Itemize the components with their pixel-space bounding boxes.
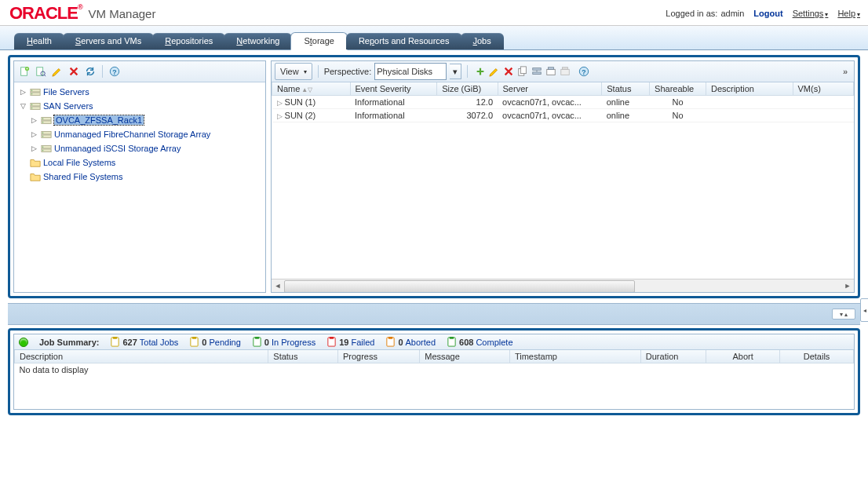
edit-icon[interactable] bbox=[487, 64, 501, 79]
splitter-handle-icon[interactable]: ▾ ▴ bbox=[832, 309, 855, 320]
expand-icon[interactable]: ▷ bbox=[30, 130, 38, 139]
job-stat-failed[interactable]: 19 Failed bbox=[326, 337, 374, 347]
svg-rect-28 bbox=[533, 68, 542, 71]
physical-disks-grid[interactable]: Name▲▽Event SeveritySize (GiB)ServerStat… bbox=[272, 82, 854, 279]
scroll-left-icon[interactable]: ◄ bbox=[272, 279, 284, 292]
header: ORACLE® VM Manager Logged in as: admin L… bbox=[0, 0, 868, 26]
help-icon[interactable]: ? bbox=[108, 64, 122, 79]
column-header[interactable]: Progress bbox=[337, 350, 419, 363]
dropdown-arrow-icon[interactable]: ▾ bbox=[450, 64, 461, 79]
content-panel: View▾ Perspective: Physical Disks▾ ? » N… bbox=[271, 60, 855, 293]
job-summary-panel: Job Summary: 627 Total Jobs 0 Pending 0 … bbox=[8, 328, 860, 415]
column-header[interactable]: Server bbox=[498, 82, 602, 96]
refresh-paths-icon[interactable] bbox=[530, 64, 544, 79]
column-header[interactable]: Abort bbox=[706, 350, 780, 363]
tree-label: File Servers bbox=[43, 87, 89, 97]
workspace: ? ▷File Servers▽SAN Servers▷OVCA_ZFSSA_R… bbox=[8, 55, 860, 298]
tab-reports-and-resources[interactable]: Reports and Resources bbox=[346, 33, 462, 49]
column-header[interactable]: Description bbox=[15, 350, 268, 363]
tab-servers-and-vms[interactable]: Servers and VMs bbox=[63, 33, 154, 49]
unpresent-icon[interactable] bbox=[558, 64, 572, 79]
table-row[interactable]: ▷ SUN (1)Informational12.0ovcacn07r1, ov… bbox=[272, 96, 854, 109]
tab-repositories[interactable]: Repositories bbox=[152, 33, 225, 49]
delete-icon[interactable] bbox=[501, 64, 516, 79]
scroll-thumb[interactable] bbox=[284, 280, 635, 293]
column-header[interactable]: Duration bbox=[640, 350, 706, 363]
storage-icon bbox=[40, 129, 53, 140]
expand-icon[interactable]: ▷ bbox=[30, 144, 38, 153]
new-icon[interactable] bbox=[17, 64, 31, 79]
column-header[interactable]: Status bbox=[602, 82, 650, 96]
column-header[interactable]: Status bbox=[268, 350, 338, 363]
svg-point-9 bbox=[31, 93, 32, 94]
column-header[interactable]: Name▲▽ bbox=[272, 82, 351, 96]
perspective-select[interactable]: Physical Disks bbox=[374, 63, 447, 80]
column-header[interactable]: Description bbox=[706, 82, 793, 96]
expand-icon[interactable]: ▷ bbox=[277, 99, 283, 107]
column-header[interactable]: Message bbox=[420, 350, 510, 363]
storage-tree[interactable]: ▷File Servers▽SAN Servers▷OVCA_ZFSSA_Rac… bbox=[14, 82, 265, 292]
column-header[interactable]: Event Severity bbox=[350, 82, 437, 96]
svg-point-16 bbox=[42, 119, 43, 119]
svg-rect-45 bbox=[388, 337, 393, 339]
tree-node-local-file-systems[interactable]: Local File Systems bbox=[16, 155, 265, 170]
expand-icon[interactable] bbox=[19, 159, 27, 167]
column-header[interactable]: Timestamp bbox=[509, 350, 640, 363]
expand-icon[interactable]: ▷ bbox=[19, 88, 27, 97]
tree-node-shared-file-systems[interactable]: Shared File Systems bbox=[16, 170, 265, 184]
tree-label: Unmanaged FibreChannel Storage Array bbox=[54, 130, 210, 139]
job-stat-pending[interactable]: 0 Pending bbox=[189, 337, 241, 347]
job-stat-in-progress[interactable]: 0 In Progress bbox=[252, 337, 315, 347]
column-header[interactable]: VM(s) bbox=[793, 82, 853, 96]
folder-icon bbox=[29, 171, 42, 182]
horizontal-scrollbar[interactable]: ◄ ► bbox=[272, 279, 854, 292]
help-icon[interactable]: ? bbox=[577, 64, 591, 79]
table-row[interactable]: ▷ SUN (2)Informational3072.0ovcacn07r1, … bbox=[272, 109, 854, 122]
present-icon[interactable] bbox=[544, 64, 558, 79]
folder-icon bbox=[29, 157, 42, 168]
tab-storage[interactable]: Storage bbox=[290, 32, 348, 50]
job-stat-total-jobs[interactable]: 627 Total Jobs bbox=[110, 337, 178, 347]
tab-networking[interactable]: Networking bbox=[224, 33, 292, 49]
refresh-icon[interactable] bbox=[83, 64, 97, 79]
edit-icon[interactable] bbox=[50, 64, 64, 79]
discover-icon[interactable] bbox=[34, 64, 48, 79]
tree-node-ovca-zfssa-rack1[interactable]: ▷OVCA_ZFSSA_Rack1 bbox=[16, 113, 265, 127]
help-menu[interactable]: Help▾ bbox=[837, 9, 860, 18]
tree-node-unmanaged-iscsi-storage-array[interactable]: ▷Unmanaged iSCSI Storage Array bbox=[16, 141, 265, 155]
view-menu[interactable]: View▾ bbox=[275, 63, 312, 80]
job-stat-complete[interactable]: 608 Complete bbox=[447, 337, 512, 347]
tree-node-file-servers[interactable]: ▷File Servers bbox=[16, 85, 265, 99]
collapse-right-handle[interactable]: ◂ bbox=[860, 298, 868, 322]
tree-node-unmanaged-fibrechannel-storage-array[interactable]: ▷Unmanaged FibreChannel Storage Array bbox=[16, 127, 265, 141]
svg-point-20 bbox=[42, 133, 43, 133]
tree-node-san-servers[interactable]: ▽SAN Servers bbox=[16, 99, 265, 113]
expand-icon[interactable] bbox=[19, 173, 27, 181]
storage-icon bbox=[40, 115, 53, 126]
column-header[interactable]: Size (GiB) bbox=[437, 82, 498, 96]
storage-icon bbox=[29, 86, 42, 97]
tab-jobs[interactable]: Jobs bbox=[461, 33, 504, 49]
delete-icon[interactable] bbox=[67, 64, 81, 79]
logout-link[interactable]: Logout bbox=[753, 9, 782, 18]
svg-rect-31 bbox=[549, 68, 554, 70]
expand-panel-icon[interactable]: » bbox=[840, 67, 851, 76]
logged-in-user: admin bbox=[720, 9, 744, 18]
add-icon[interactable] bbox=[473, 64, 487, 79]
column-header[interactable]: Details bbox=[780, 350, 854, 363]
settings-menu[interactable]: Settings▾ bbox=[793, 9, 829, 18]
scroll-right-icon[interactable]: ► bbox=[841, 279, 854, 292]
svg-rect-41 bbox=[255, 337, 260, 339]
storage-icon bbox=[29, 100, 42, 111]
tab-health[interactable]: Health bbox=[14, 33, 64, 49]
column-header[interactable]: Shareable bbox=[650, 82, 706, 96]
expand-icon[interactable]: ▽ bbox=[19, 102, 27, 111]
expand-icon[interactable]: ▷ bbox=[30, 116, 38, 125]
expand-icon[interactable]: ▷ bbox=[277, 112, 283, 120]
clone-icon[interactable] bbox=[516, 64, 530, 79]
horizontal-splitter[interactable]: ▾ ▴ bbox=[8, 303, 860, 325]
jobs-grid[interactable]: DescriptionStatusProgressMessageTimestam… bbox=[14, 350, 854, 409]
svg-text:?: ? bbox=[582, 68, 586, 76]
job-stat-aborted[interactable]: 0 Aborted bbox=[385, 337, 436, 347]
tree-label: Unmanaged iSCSI Storage Array bbox=[54, 144, 181, 153]
